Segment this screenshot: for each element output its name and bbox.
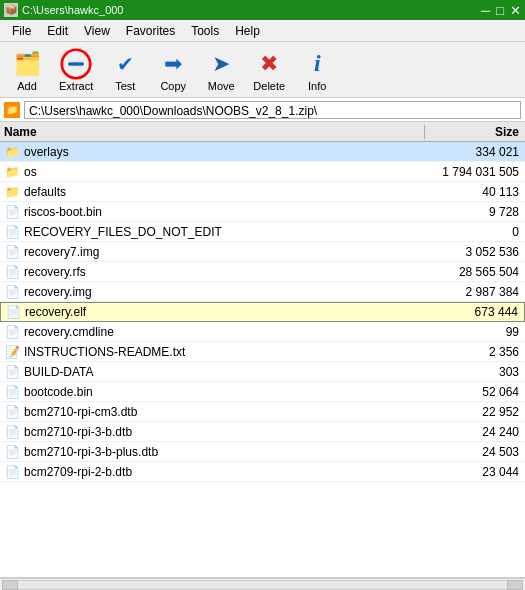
delete-button[interactable]: ✖ Delete bbox=[246, 45, 292, 95]
file-list: Name Size 📁 overlays 334 021 📁 os 1 794 … bbox=[0, 122, 525, 578]
file-size-text: 24 503 bbox=[425, 445, 525, 459]
add-button[interactable]: 🗂️ Add bbox=[4, 45, 50, 95]
file-icon: 📄 bbox=[5, 304, 21, 320]
file-size-text: 40 113 bbox=[425, 185, 525, 199]
file-name-text: os bbox=[24, 165, 37, 179]
table-row[interactable]: 📄 bcm2710-rpi-cm3.dtb 22 952 bbox=[0, 402, 525, 422]
menu-edit[interactable]: Edit bbox=[39, 22, 76, 40]
address-icon: 📁 bbox=[4, 102, 20, 118]
col-size-header: Size bbox=[425, 125, 525, 139]
table-row[interactable]: 📄 bcm2710-rpi-3-b-plus.dtb 24 503 bbox=[0, 442, 525, 462]
toolbar: 🗂️ Add Extract ✔ Test ➡ Copy ➤ Move bbox=[0, 42, 525, 98]
file-size-text: 0 bbox=[425, 225, 525, 239]
file-size-text: 9 728 bbox=[425, 205, 525, 219]
file-icon: 📄 bbox=[4, 324, 20, 340]
copy-button[interactable]: ➡ Copy bbox=[150, 45, 196, 95]
file-name-text: riscos-boot.bin bbox=[24, 205, 102, 219]
menu-file[interactable]: File bbox=[4, 22, 39, 40]
file-icon: 📄 bbox=[4, 464, 20, 480]
scroll-right-button[interactable] bbox=[507, 580, 523, 590]
scroll-left-button[interactable] bbox=[2, 580, 18, 590]
app-icon: 📦 bbox=[4, 3, 18, 17]
table-row[interactable]: 📄 bcm2710-rpi-3-b.dtb 24 240 bbox=[0, 422, 525, 442]
file-name-text: recovery7.img bbox=[24, 245, 99, 259]
delete-icon: ✖ bbox=[260, 51, 278, 77]
file-icon: 📄 bbox=[4, 364, 20, 380]
table-row[interactable]: 📄 BUILD-DATA 303 bbox=[0, 362, 525, 382]
test-icon: ✔ bbox=[117, 52, 134, 76]
file-size-text: 303 bbox=[425, 365, 525, 379]
move-button[interactable]: ➤ Move bbox=[198, 45, 244, 95]
file-size-text: 334 021 bbox=[425, 145, 525, 159]
file-name-text: defaults bbox=[24, 185, 66, 199]
file-name-text: recovery.img bbox=[24, 285, 92, 299]
file-browser: Name Size 📁 overlays 334 021 📁 os 1 794 … bbox=[0, 122, 525, 590]
extract-button[interactable]: Extract bbox=[52, 45, 100, 95]
table-row[interactable]: 📄 RECOVERY_FILES_DO_NOT_EDIT 0 bbox=[0, 222, 525, 242]
minimize-button[interactable]: ─ bbox=[481, 3, 490, 18]
maximize-button[interactable]: □ bbox=[496, 3, 504, 18]
file-icon: 📄 bbox=[4, 264, 20, 280]
file-size-text: 3 052 536 bbox=[425, 245, 525, 259]
file-size-text: 1 794 031 505 bbox=[425, 165, 525, 179]
menu-tools[interactable]: Tools bbox=[183, 22, 227, 40]
table-row[interactable]: 📄 recovery.img 2 987 384 bbox=[0, 282, 525, 302]
table-row[interactable]: 📁 defaults 40 113 bbox=[0, 182, 525, 202]
add-label: Add bbox=[17, 80, 37, 92]
file-icon: 📝 bbox=[4, 344, 20, 360]
address-field[interactable]: C:\Users\hawkc_000\Downloads\NOOBS_v2_8_… bbox=[24, 101, 521, 119]
file-icon: 📄 bbox=[4, 424, 20, 440]
file-size-text: 22 952 bbox=[425, 405, 525, 419]
file-icon: 📄 bbox=[4, 404, 20, 420]
file-name-text: bcm2709-rpi-2-b.dtb bbox=[24, 465, 132, 479]
file-size-text: 99 bbox=[425, 325, 525, 339]
file-name-text: RECOVERY_FILES_DO_NOT_EDIT bbox=[24, 225, 222, 239]
address-bar: 📁 C:\Users\hawkc_000\Downloads\NOOBS_v2_… bbox=[0, 98, 525, 122]
file-icon: 📄 bbox=[4, 224, 20, 240]
table-row[interactable]: 📝 INSTRUCTIONS-README.txt 2 356 bbox=[0, 342, 525, 362]
file-icon: 📄 bbox=[4, 244, 20, 260]
info-button[interactable]: i Info bbox=[294, 45, 340, 95]
file-size-text: 24 240 bbox=[425, 425, 525, 439]
menu-view[interactable]: View bbox=[76, 22, 118, 40]
close-button[interactable]: ✕ bbox=[510, 3, 521, 18]
table-row[interactable]: 📄 recovery.elf 673 444 bbox=[0, 302, 525, 322]
file-rows-container: 📁 overlays 334 021 📁 os 1 794 031 505 📁 … bbox=[0, 142, 525, 482]
file-icon: 📁 bbox=[4, 144, 20, 160]
extract-icon-circle bbox=[60, 46, 92, 82]
menu-favorites[interactable]: Favorites bbox=[118, 22, 183, 40]
col-name-header: Name bbox=[0, 125, 425, 139]
test-label: Test bbox=[115, 80, 135, 92]
scroll-track bbox=[18, 580, 507, 590]
table-row[interactable]: 📄 recovery.cmdline 99 bbox=[0, 322, 525, 342]
file-name-text: recovery.elf bbox=[25, 305, 86, 319]
file-icon: 📁 bbox=[4, 184, 20, 200]
table-row[interactable]: 📄 bootcode.bin 52 064 bbox=[0, 382, 525, 402]
table-row[interactable]: 📄 recovery7.img 3 052 536 bbox=[0, 242, 525, 262]
file-name-text: INSTRUCTIONS-README.txt bbox=[24, 345, 185, 359]
delete-label: Delete bbox=[253, 80, 285, 92]
file-size-text: 673 444 bbox=[424, 305, 524, 319]
copy-icon: ➡ bbox=[164, 51, 182, 77]
file-name-text: bcm2710-rpi-3-b-plus.dtb bbox=[24, 445, 158, 459]
table-row[interactable]: 📁 overlays 334 021 bbox=[0, 142, 525, 162]
menu-help[interactable]: Help bbox=[227, 22, 268, 40]
move-icon: ➤ bbox=[212, 51, 230, 77]
svg-rect-1 bbox=[68, 62, 84, 66]
table-row[interactable]: 📁 os 1 794 031 505 bbox=[0, 162, 525, 182]
table-row[interactable]: 📄 riscos-boot.bin 9 728 bbox=[0, 202, 525, 222]
test-button[interactable]: ✔ Test bbox=[102, 45, 148, 95]
file-icon: 📄 bbox=[4, 384, 20, 400]
table-row[interactable]: 📄 bcm2709-rpi-2-b.dtb 23 044 bbox=[0, 462, 525, 482]
file-size-text: 2 356 bbox=[425, 345, 525, 359]
scrollbar-horizontal[interactable] bbox=[0, 578, 525, 590]
file-size-text: 2 987 384 bbox=[425, 285, 525, 299]
table-row[interactable]: 📄 recovery.rfs 28 565 504 bbox=[0, 262, 525, 282]
file-name-text: recovery.rfs bbox=[24, 265, 86, 279]
file-name-text: BUILD-DATA bbox=[24, 365, 94, 379]
file-icon: 📄 bbox=[4, 444, 20, 460]
file-list-header: Name Size bbox=[0, 122, 525, 142]
add-icon: 🗂️ bbox=[14, 51, 41, 77]
info-icon: i bbox=[314, 50, 321, 77]
file-name-text: bcm2710-rpi-3-b.dtb bbox=[24, 425, 132, 439]
